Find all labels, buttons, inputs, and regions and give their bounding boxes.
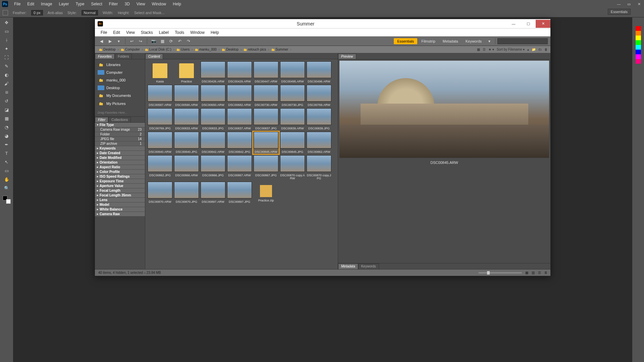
filter-group-focal-length[interactable]: Focal Length: [95, 188, 145, 193]
gradient-tool-icon[interactable]: ▦: [3, 115, 11, 122]
breadcrumb-desktop[interactable]: 🖿 Desktop: [220, 48, 240, 52]
view-list-icon[interactable]: ☰: [538, 271, 541, 275]
sidebar-item-my-pictures[interactable]: 🖿My Pictures: [95, 100, 145, 108]
antialias-checkbox[interactable]: Anti-alias: [48, 11, 63, 15]
breadcrumb-manku-000[interactable]: 🖿 manku_000: [194, 48, 218, 52]
type-tool-icon[interactable]: T: [3, 149, 11, 157]
thumbnail-cell[interactable]: DSC00867.ARW: [227, 155, 252, 181]
filter-group-focal-length-35mm[interactable]: Focal Length 35mm: [95, 193, 145, 198]
filter-row[interactable]: Camera Raw image23: [95, 127, 145, 132]
thumbnail-cell[interactable]: DSC00842.JPG: [227, 132, 252, 154]
move-tool-icon[interactable]: ✥: [3, 19, 11, 26]
thumbnail-cell[interactable]: DSC00650.ARW: [200, 85, 226, 107]
filter-group-white-balance[interactable]: White Balance: [95, 207, 145, 212]
filter-group-date-created[interactable]: Date Created: [95, 151, 145, 156]
ps-menu-help[interactable]: Help: [169, 0, 184, 8]
bridge-menu-edit[interactable]: Edit: [110, 30, 123, 35]
back-button-icon[interactable]: ◀: [98, 38, 105, 45]
view-details-icon[interactable]: ☰: [483, 48, 486, 51]
reveal-icon[interactable]: ↪: [137, 38, 144, 45]
thumbnail-cell[interactable]: DSC00730.JPG: [280, 85, 305, 107]
shape-tool-icon[interactable]: ▭: [3, 167, 11, 174]
thumbnail-cell[interactable]: DSC00870 copy.ARW: [280, 155, 305, 181]
thumbnail-cell[interactable]: DSC00845.ARW: [253, 132, 279, 154]
thumbnail-cell[interactable]: DSC00897.JPG: [227, 182, 252, 204]
rotate-ccw-icon[interactable]: ↶: [176, 38, 183, 45]
feather-input[interactable]: 0 px: [31, 10, 43, 15]
refine-icon[interactable]: ▦: [159, 38, 166, 45]
hand-tool-icon[interactable]: ✋: [3, 176, 11, 183]
trash-icon[interactable]: 🗑: [544, 48, 548, 51]
breadcrumb-users[interactable]: 🖿 Users: [175, 48, 191, 52]
breadcrumb-summer[interactable]: 🖿 Summer: [270, 48, 290, 52]
fg-bg-color-icon[interactable]: [3, 196, 11, 204]
thumbnail-cell[interactable]: DSC00429.ARW: [227, 61, 252, 83]
view-details2-icon[interactable]: ≣: [544, 271, 547, 275]
ps-menu-edit[interactable]: Edit: [24, 0, 38, 8]
sort-asc-icon[interactable]: ▴: [527, 48, 529, 51]
tab-filter[interactable]: Filter: [95, 117, 108, 122]
heal-tool-icon[interactable]: ◐: [3, 71, 11, 78]
thumbnail-cell[interactable]: DSC00769.JPG: [147, 108, 173, 130]
filter-group-aspect-ratio[interactable]: Aspect Ratio: [95, 165, 145, 170]
filter-row[interactable]: Folder2: [95, 132, 145, 137]
thumbnail-cell[interactable]: DSC00897.ARW: [200, 182, 226, 204]
open-recent-icon[interactable]: 🗀: [538, 48, 542, 51]
ps-menu-select[interactable]: Select: [88, 0, 105, 8]
filter-group-lens[interactable]: Lens: [95, 198, 145, 202]
ps-menu-view[interactable]: View: [133, 0, 149, 8]
filter-group-date-modified[interactable]: Date Modified: [95, 156, 145, 160]
ps-workspace-button[interactable]: Essentials: [608, 9, 631, 15]
bridge-menu-window[interactable]: Window: [187, 30, 208, 35]
sidebar-item-computer[interactable]: Computer: [95, 69, 145, 76]
thumbnail-cell[interactable]: DSC00845.JPG: [280, 132, 305, 154]
thumbnail-cell[interactable]: DSC00866.JPG: [200, 155, 226, 181]
bridge-menu-help[interactable]: Help: [208, 30, 222, 35]
sidebar-item-manku-000[interactable]: 🖿manku_000: [95, 76, 145, 84]
bridge-menu-file[interactable]: File: [98, 30, 110, 35]
bridge-menu-label[interactable]: Label: [156, 30, 172, 35]
filter-group-file-type[interactable]: File Type: [95, 123, 145, 127]
ps-restore-button[interactable]: ▭: [624, 2, 634, 6]
ps-menu-type[interactable]: Type: [72, 0, 88, 8]
sort-dropdown[interactable]: Sort by Filename ▾: [497, 48, 525, 51]
bridge-minimize-button[interactable]: —: [506, 20, 521, 28]
bridge-menu-tools[interactable]: Tools: [172, 30, 187, 35]
ps-menu-layer[interactable]: Layer: [55, 0, 72, 8]
workspace-keywords-button[interactable]: Keywords: [462, 38, 485, 44]
select-mask-button[interactable]: Select and Mask...: [134, 11, 165, 15]
thumbnail-cell[interactable]: DSC00839.JPG: [306, 108, 332, 130]
eyedropper-tool-icon[interactable]: ✎: [3, 62, 11, 70]
thumbnail-cell[interactable]: Practice.zip: [253, 182, 279, 204]
breadcrumb-desktop[interactable]: 🖿 Desktop: [98, 48, 117, 52]
breadcrumb-computer[interactable]: 🖿 Computer: [119, 48, 141, 52]
thumbnail-cell[interactable]: DSC00590.ARW: [174, 85, 199, 107]
output-icon[interactable]: ⟳: [167, 38, 175, 45]
view-grid-icon[interactable]: ▦: [525, 271, 528, 275]
breadcrumb-retouch-pics[interactable]: 🖿 retouch pics: [242, 48, 267, 52]
forward-button-icon[interactable]: ▶: [106, 38, 114, 45]
thumbnail-cell[interactable]: DSC00682.ARW: [227, 85, 252, 107]
camera-icon[interactable]: 📷: [150, 38, 157, 45]
path-tool-icon[interactable]: ↖: [3, 158, 11, 166]
tab-folders[interactable]: Folders: [115, 54, 132, 59]
thumbnail-cell[interactable]: DSC00495.ARW: [280, 61, 305, 83]
tab-preview[interactable]: Preview: [338, 54, 356, 59]
thumbnail-cell[interactable]: DSC00840.JPG: [174, 132, 199, 154]
thumbnail-cell[interactable]: Kasia: [147, 61, 173, 83]
workspace-essentials-button[interactable]: Essentials: [394, 38, 417, 44]
zoom-tool-icon[interactable]: 🔍: [3, 184, 11, 192]
thumbnail-cell[interactable]: DSC00833.JPG: [200, 108, 226, 130]
thumbnail-cell[interactable]: DSC00837.ARW: [227, 108, 252, 130]
ps-menu-image[interactable]: Image: [38, 0, 55, 8]
style-select[interactable]: Normal: [82, 10, 98, 15]
bridge-menu-stacks[interactable]: Stacks: [138, 30, 156, 35]
thumbnail-cell[interactable]: DSC00866.ARW: [174, 155, 199, 181]
view-thumbnails-icon[interactable]: ▦: [477, 48, 480, 51]
rotate-cw-icon[interactable]: ↷: [185, 38, 192, 45]
eraser-tool-icon[interactable]: ◪: [3, 106, 11, 113]
stamp-tool-icon[interactable]: ⧇: [3, 88, 11, 96]
sidebar-item-my-documents[interactable]: 🖿My Documents: [95, 92, 145, 100]
thumbnail-cell[interactable]: DSC00867.JPG: [253, 155, 279, 181]
thumbnail-cell[interactable]: DSC00870.JPG: [174, 182, 199, 204]
